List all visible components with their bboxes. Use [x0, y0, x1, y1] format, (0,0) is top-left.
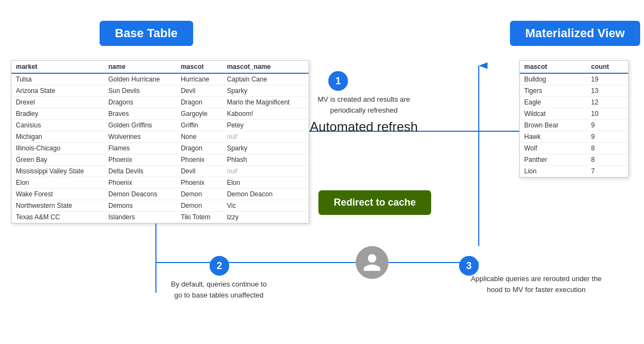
- table-cell: Kaboom!: [223, 108, 309, 120]
- table-cell: Phoenix: [104, 177, 176, 189]
- table-row: Mississippi Valley StateDelta DevilsDevi…: [11, 166, 309, 177]
- table-cell: Arizona State: [11, 85, 104, 97]
- table-row: DrexelDragonsDragonMario the Magnificent: [11, 97, 309, 108]
- table-cell: Elon: [223, 177, 309, 189]
- table-cell: Tiki Totem: [176, 212, 222, 223]
- table-cell: 7: [587, 166, 628, 177]
- table-row: Eagle12: [520, 97, 628, 108]
- table-cell: Captain Cane: [223, 73, 309, 85]
- table-cell: Dragon: [176, 97, 222, 108]
- table-cell: Devil: [176, 85, 222, 97]
- table-cell: Wildcat: [520, 108, 587, 120]
- automated-refresh-text: Automated refresh: [310, 119, 417, 134]
- table-cell: Mario the Magnificent: [223, 97, 309, 108]
- table-cell: Vic: [223, 200, 309, 212]
- table-cell: Phoenix: [176, 154, 222, 166]
- table-row: Hawk9: [520, 131, 628, 143]
- table-row: Green BayPhoenixPhoenixPhlash: [11, 154, 309, 166]
- table-cell: Griffin: [176, 120, 222, 131]
- col-mascot-name: mascot_name: [223, 61, 309, 73]
- table-row: Wake ForestDemon DeaconsDemonDemon Deaco…: [11, 189, 309, 200]
- table-cell: 8: [587, 143, 628, 154]
- automated-refresh-label: Automated refresh: [290, 119, 438, 135]
- redirect-to-cache-box: Redirect to cache: [318, 190, 431, 215]
- step1-line2: periodically refreshed: [330, 106, 398, 114]
- table-cell: Demons: [104, 200, 176, 212]
- table-cell: 19: [587, 73, 628, 85]
- table-cell: Demon: [176, 189, 222, 200]
- step1-text: MV is created and results are periodical…: [309, 94, 419, 115]
- badge-1: 1: [328, 71, 348, 91]
- table-cell: Hurricane: [176, 73, 222, 85]
- table-row: Tigers13: [520, 85, 628, 97]
- table-cell: 9: [587, 120, 628, 131]
- table-cell: 8: [587, 154, 628, 166]
- redirect-to-cache-label: Redirect to cache: [334, 197, 416, 208]
- table-row: ElonPhoenixPhoenixElon: [11, 177, 309, 189]
- step2-line1: By default, queries continue to: [171, 280, 267, 288]
- badge-3: 3: [459, 256, 479, 276]
- table-cell: Bulldog: [520, 73, 587, 85]
- table-row: Brown Bear9: [520, 120, 628, 131]
- table-cell: Dragon: [176, 143, 222, 154]
- mv-col-count: count: [587, 61, 628, 73]
- table-cell: Phoenix: [176, 177, 222, 189]
- step3-line1: Applicable queries are rerouted under th…: [471, 275, 601, 283]
- table-cell: Phlash: [223, 154, 309, 166]
- table-cell: Tulsa: [11, 73, 104, 85]
- user-icon: [356, 246, 388, 279]
- base-table-label-text: Base Table: [115, 26, 178, 40]
- badge-2: 2: [210, 256, 229, 276]
- table-cell: Bradley: [11, 108, 104, 120]
- mv-label-text: Materialized View: [525, 26, 625, 40]
- table-cell: Brown Bear: [520, 120, 587, 131]
- table-cell: Michigan: [11, 131, 104, 143]
- badge-3-text: 3: [466, 260, 472, 272]
- table-row: BradleyBravesGargoyleKaboom!: [11, 108, 309, 120]
- table-row: Bulldog19: [520, 73, 628, 85]
- table-cell: Islanders: [104, 212, 176, 223]
- table-cell: Eagle: [520, 97, 587, 108]
- table-row: Northwestern StateDemonsDemonVic: [11, 200, 309, 212]
- step3-line2: hood to MV for faster execution: [487, 285, 586, 294]
- table-cell: Golden Griffins: [104, 120, 176, 131]
- base-table-label: Base Table: [100, 21, 193, 46]
- table-cell: Demon Deacon: [223, 189, 309, 200]
- table-row: Illinois-ChicagoFlamesDragonSparky: [11, 143, 309, 154]
- table-cell: Elon: [11, 177, 104, 189]
- table-row: CanisiusGolden GriffinsGriffinPetey: [11, 120, 309, 131]
- table-cell: Izzy: [223, 212, 309, 223]
- table-cell: Golden Hurricane: [104, 73, 176, 85]
- table-row: Wolf8: [520, 143, 628, 154]
- step3-text: Applicable queries are rerouted under th…: [471, 273, 602, 295]
- table-cell: Panther: [520, 154, 587, 166]
- table-row: MichiganWolverinesNonenull: [11, 131, 309, 143]
- table-cell: Mississippi Valley State: [11, 166, 104, 177]
- step2-line2: go to base tables unaffected: [174, 291, 263, 299]
- table-cell: Sparky: [223, 143, 309, 154]
- step2-text: By default, queries continue to go to ba…: [164, 279, 274, 300]
- badge-2-text: 2: [217, 260, 222, 272]
- table-cell: Delta Devils: [104, 166, 176, 177]
- table-cell: Illinois-Chicago: [11, 143, 104, 154]
- table-cell: 12: [587, 97, 628, 108]
- mv-label: Materialized View: [510, 21, 640, 46]
- table-cell: 10: [587, 108, 628, 120]
- table-cell: 13: [587, 85, 628, 97]
- table-cell: Northwestern State: [11, 200, 104, 212]
- table-cell: Flames: [104, 143, 176, 154]
- table-cell: Canisius: [11, 120, 104, 131]
- table-cell: Demon Deacons: [104, 189, 176, 200]
- table-cell: None: [176, 131, 222, 143]
- table-cell: Dragons: [104, 97, 176, 108]
- col-market: market: [11, 61, 104, 73]
- table-cell: Demon: [176, 200, 222, 212]
- table-cell: Wolverines: [104, 131, 176, 143]
- table-cell: Sun Devils: [104, 85, 176, 97]
- diagram-container: Base Table Materialized View market name…: [0, 0, 644, 344]
- table-cell: Drexel: [11, 97, 104, 108]
- step1-line1: MV is created and results are: [317, 95, 410, 103]
- table-cell: Braves: [104, 108, 176, 120]
- table-cell: Phoenix: [104, 154, 176, 166]
- person-icon: [362, 252, 382, 273]
